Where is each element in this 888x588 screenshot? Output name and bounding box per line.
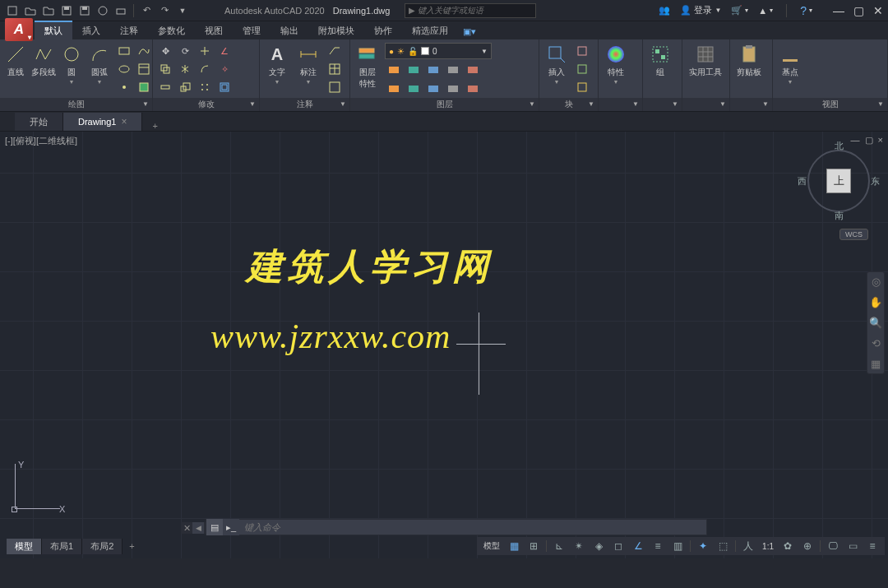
app-exchange-icon[interactable]: ▲▾ (758, 6, 773, 16)
layer-on-icon[interactable] (444, 81, 462, 97)
panel-title-view[interactable]: 视图▼ (773, 98, 887, 111)
block-edit-icon[interactable] (574, 61, 592, 77)
line-button[interactable]: 直线 (3, 41, 28, 78)
menu-tab-collab[interactable]: 协作 (364, 22, 402, 39)
menu-tab-featured[interactable]: 精选应用 (402, 22, 458, 39)
scale-icon[interactable] (176, 79, 194, 95)
offset-icon[interactable] (215, 79, 234, 95)
mtext-icon[interactable] (326, 79, 344, 95)
ellipse-icon[interactable] (115, 61, 133, 77)
layout-add-button[interactable]: + (123, 539, 141, 553)
panel-title-utils[interactable]: ▼ (682, 98, 729, 111)
layer-match-icon[interactable] (464, 62, 482, 78)
status-polar-icon[interactable]: ✴ (570, 538, 588, 554)
scroll-left-icon[interactable]: ◀ (192, 522, 204, 534)
leader-icon[interactable] (326, 43, 344, 59)
nav-showmotion-icon[interactable]: ▦ (871, 358, 881, 370)
circle-button[interactable]: 圆▼ (59, 41, 84, 85)
point-icon[interactable] (115, 79, 133, 95)
open-icon[interactable] (24, 4, 37, 17)
search-box[interactable]: ▶ (405, 3, 536, 18)
share-icon[interactable]: 👥 (659, 5, 670, 16)
menu-tab-default[interactable]: 默认 (35, 21, 72, 39)
ucs-icon[interactable]: Y X (8, 461, 66, 519)
arc-button[interactable]: 圆弧▼ (87, 41, 112, 85)
status-selection-icon[interactable]: ⬚ (714, 538, 732, 554)
hatch-icon[interactable] (135, 61, 153, 77)
minimize-button[interactable]: — (832, 4, 845, 17)
redo-icon[interactable]: ↷ (158, 4, 171, 17)
viewport-maximize-icon[interactable]: ▢ (865, 135, 873, 146)
menu-tab-insert[interactable]: 插入 (72, 22, 110, 39)
layer-thaw-icon[interactable] (405, 81, 423, 97)
status-dyn-icon[interactable]: ✦ (694, 538, 712, 554)
array-icon[interactable] (196, 79, 214, 95)
move-icon[interactable]: ✥ (156, 43, 174, 59)
layer-props-button[interactable]: 图层 特性 (354, 41, 382, 90)
close-icon[interactable]: × (121, 116, 127, 127)
spline-icon[interactable] (135, 43, 153, 59)
viewport-close-icon[interactable]: × (878, 135, 883, 146)
undo-icon[interactable]: ↶ (140, 4, 153, 17)
status-model-label[interactable]: 模型 (480, 540, 503, 552)
menu-tab-annotate[interactable]: 注释 (110, 22, 148, 39)
copy-icon[interactable] (156, 61, 174, 77)
viewcube[interactable]: 上 北 南 东 西 (807, 150, 870, 212)
erase-icon[interactable]: ∠ (215, 43, 234, 59)
menu-tab-addins[interactable]: 附加模块 (308, 22, 364, 39)
web-icon[interactable] (96, 4, 109, 17)
close-button[interactable]: ✕ (872, 4, 885, 17)
panel-title-layers[interactable]: 图层▼ (350, 98, 539, 111)
help-icon[interactable]: ?▾ (800, 4, 812, 17)
saveas-icon[interactable] (78, 4, 91, 17)
panel-title-block[interactable]: 块▼ (539, 98, 598, 111)
dimension-button[interactable]: 标注▼ (294, 41, 322, 85)
clipboard-button[interactable]: 剪贴板 (733, 41, 765, 78)
maximize-button[interactable]: ▢ (852, 4, 865, 17)
cart-icon[interactable]: 🛒▾ (731, 5, 748, 16)
group-button[interactable]: 组 (646, 41, 674, 78)
viewport-label[interactable]: [-][俯视][二维线框] (5, 135, 77, 147)
panel-title-modify[interactable]: 修改▼ (153, 98, 259, 111)
viewcube-north[interactable]: 北 (835, 140, 844, 152)
status-isodraft-icon[interactable]: ◈ (590, 538, 608, 554)
panel-title-properties[interactable]: ▼ (599, 98, 642, 111)
status-osnap-icon[interactable]: ◻ (609, 538, 627, 554)
qat-dropdown-icon[interactable]: ▼ (176, 4, 189, 17)
viewcube-east[interactable]: 东 (871, 175, 880, 188)
save-icon[interactable] (60, 4, 73, 17)
layer-off-icon[interactable] (444, 62, 462, 78)
menu-tab-view[interactable]: 视图 (195, 22, 233, 39)
layer-freeze-icon[interactable] (405, 62, 423, 78)
status-gear-icon[interactable]: ✿ (779, 538, 797, 554)
layout-tab-1[interactable]: 布局1 (42, 539, 82, 554)
block-attr-icon[interactable] (574, 79, 592, 95)
menu-tab-parametric[interactable]: 参数化 (148, 22, 195, 39)
openfolder-icon[interactable] (42, 4, 55, 17)
nav-wheel-icon[interactable]: ◎ (872, 275, 881, 288)
layer-selector[interactable]: ● ☀ 🔓 0 ▼ (385, 43, 492, 59)
login-button[interactable]: 👤 登录 ▼ (680, 4, 721, 16)
panel-title-draw[interactable]: 绘图▼ (0, 98, 152, 111)
polyline-button[interactable]: 多段线 (31, 41, 56, 78)
panel-title-group[interactable]: ▼ (643, 98, 682, 111)
viewcube-south[interactable]: 南 (835, 210, 844, 222)
command-arrow-icon[interactable]: ▸_ (223, 519, 239, 535)
status-transparency-icon[interactable]: ▥ (668, 538, 687, 554)
properties-button[interactable]: 特性▼ (602, 41, 630, 85)
status-switch-icon[interactable]: 🖵 (824, 538, 842, 554)
viewcube-west[interactable]: 西 (798, 175, 807, 188)
viewcube-top[interactable]: 上 (826, 169, 851, 193)
status-snap-icon[interactable]: ⊞ (525, 538, 543, 554)
search-input[interactable] (418, 6, 532, 15)
nav-orbit-icon[interactable]: ⟲ (872, 337, 881, 350)
file-tab-drawing[interactable]: Drawing1× (63, 113, 142, 131)
viewport-minimize-icon[interactable]: — (851, 135, 860, 146)
add-tab-button[interactable]: + (142, 121, 167, 131)
file-tab-start[interactable]: 开始 (15, 113, 63, 131)
text-button[interactable]: A文字▼ (263, 41, 291, 85)
command-icon[interactable]: ▤ (206, 519, 223, 535)
status-custom-icon[interactable]: ≡ (863, 538, 881, 554)
wcs-badge[interactable]: WCS (839, 229, 868, 240)
status-lwt-icon[interactable]: ≡ (649, 538, 667, 554)
